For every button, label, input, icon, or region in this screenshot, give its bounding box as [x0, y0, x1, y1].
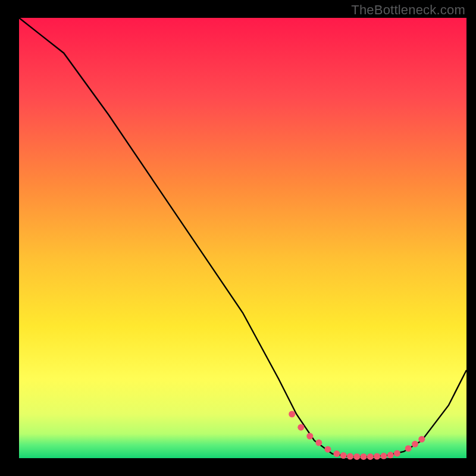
data-marker: [347, 453, 353, 460]
data-marker: [289, 411, 295, 418]
data-marker: [298, 424, 304, 431]
data-marker: [394, 450, 400, 456]
data-marker: [333, 450, 340, 457]
data-marker: [418, 436, 425, 443]
data-marker: [367, 453, 374, 460]
data-marker: [340, 452, 347, 459]
data-marker: [412, 441, 418, 447]
data-marker: [353, 453, 360, 460]
chart-frame: { "watermark": "TheBottleneck.com", "col…: [0, 0, 476, 476]
data-marker: [405, 445, 412, 452]
data-marker: [361, 453, 367, 460]
watermark: TheBottleneck.com: [351, 2, 465, 18]
chart-svg: [0, 0, 476, 476]
data-marker: [315, 440, 322, 446]
data-marker: [387, 452, 394, 458]
data-marker: [324, 446, 331, 453]
data-marker: [306, 433, 313, 440]
data-marker: [374, 453, 380, 460]
data-marker: [380, 453, 387, 459]
